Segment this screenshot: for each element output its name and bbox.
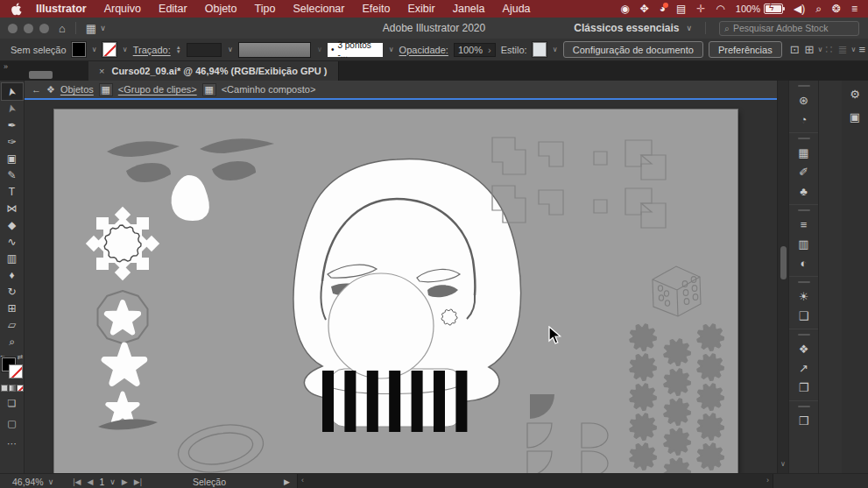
breadcrumb-clip-group[interactable]: <Grupo de clipes>	[118, 84, 197, 95]
direct-selection-tool[interactable]: ➤	[2, 100, 23, 117]
fill-color-swatch[interactable]	[72, 42, 86, 57]
scroll-left-icon[interactable]: ‹	[301, 476, 304, 484]
arrange-documents-icon[interactable]: ▦	[86, 22, 96, 35]
stroke-panel-icon[interactable]: ≡	[789, 215, 818, 234]
app-notification-icon[interactable]: ◕	[660, 0, 666, 18]
fill-stroke-widget[interactable]: ▪▫ ⇄	[1, 355, 24, 379]
status-flyout-icon[interactable]: ▶	[284, 477, 290, 486]
screen-record-icon[interactable]: ◉	[620, 0, 629, 18]
none-mode-button[interactable]	[17, 385, 24, 392]
opacity-label[interactable]: Opacidade:	[399, 45, 448, 55]
brush-definition-dropdown[interactable]	[238, 42, 311, 58]
transform-bounds-icon[interactable]: ⊡	[790, 43, 800, 56]
home-icon[interactable]: ⌂	[59, 22, 66, 35]
toolbar-overflow-icon[interactable]: »	[4, 62, 7, 71]
artwork-quarter-shapes[interactable]	[527, 394, 608, 473]
stroke-profile-dropdown[interactable]: • 3 pontos -...	[328, 43, 383, 57]
menu-editar[interactable]: Editar	[150, 0, 196, 18]
dropbox-icon[interactable]: ✥	[640, 0, 649, 18]
artwork-pentagon-star[interactable]	[98, 291, 148, 343]
symbols-panel-icon[interactable]: ♣	[789, 181, 818, 201]
shape-builder-tool[interactable]: ⊞	[2, 300, 23, 316]
graphic-style-swatch[interactable]	[533, 42, 547, 57]
color-mode-button[interactable]	[1, 385, 8, 392]
minimize-window-button[interactable]	[24, 24, 33, 33]
isolate-selection-icon[interactable]: ⊞	[805, 43, 815, 56]
last-artboard-icon[interactable]: ▶|	[134, 477, 142, 486]
workspace-switcher[interactable]: Clássicos essenciais	[574, 22, 679, 34]
zoom-level-dropdown[interactable]: 46,94% ∨	[12, 477, 53, 487]
input-source-icon[interactable]: ✛	[696, 0, 705, 18]
scroll-right-icon[interactable]: ›	[766, 476, 769, 484]
panel-menu-icon[interactable]: ≡	[858, 43, 865, 56]
zoom-tool[interactable]: ⌕	[2, 333, 23, 350]
rotate-view-tool[interactable]: ↻	[2, 283, 23, 300]
color-guide-panel-icon[interactable]: ◔	[789, 110, 818, 129]
type-tool[interactable]: T	[2, 183, 23, 200]
menu-illustrator[interactable]: Illustrator	[27, 0, 95, 18]
more-tools-icon[interactable]: ⋯	[2, 435, 23, 452]
pen-tool[interactable]: ✒	[2, 117, 23, 133]
smooth-tool[interactable]: ∿	[2, 233, 23, 250]
curvature-tool[interactable]: ✑	[2, 133, 23, 150]
style-chevron[interactable]: ∨	[553, 46, 558, 53]
exit-isolation-back-icon[interactable]: ←	[32, 84, 41, 95]
menu-selecionar[interactable]: Selecionar	[284, 0, 353, 18]
stroke-weight-field[interactable]	[187, 43, 222, 57]
first-artboard-icon[interactable]: |◀	[73, 477, 81, 486]
appearance-panel-icon[interactable]: ☀	[789, 286, 818, 306]
siri-icon[interactable]: ❂	[832, 0, 841, 18]
eraser-tool[interactable]: ◆	[2, 216, 23, 233]
graphic-styles-panel-icon[interactable]: ❑	[789, 306, 818, 325]
canvas[interactable]	[25, 100, 801, 473]
swap-fill-stroke-icon[interactable]: ⇄	[18, 353, 24, 361]
horizontal-scrollbar[interactable]: ‹ ›	[297, 474, 773, 488]
close-tab-icon[interactable]: ×	[99, 66, 104, 76]
zoom-window-button[interactable]	[39, 24, 49, 33]
properties-panel-icon[interactable]: ⚙	[842, 84, 868, 103]
menu-arquivo[interactable]: Arquivo	[95, 0, 150, 18]
artboard[interactable]	[54, 110, 737, 473]
document-setup-button[interactable]: Configuração de documento	[563, 41, 703, 58]
stroke-chevron[interactable]: ∨	[123, 46, 128, 53]
menu-janela[interactable]: Janela	[444, 0, 494, 18]
opacity-field[interactable]: 100% ›	[454, 43, 496, 57]
brush-chevron[interactable]: ∨	[317, 46, 322, 53]
align-options-icon[interactable]: ≣	[838, 43, 848, 56]
artboard-number-dropdown[interactable]: 1 ∨	[99, 477, 115, 487]
paintbrush-tool[interactable]: ✎	[2, 166, 23, 183]
asset-export-panel-icon[interactable]: ↗	[789, 358, 818, 378]
apple-menu-icon[interactable]	[11, 3, 22, 16]
battery-indicator[interactable]: 100% ϟ	[736, 4, 783, 14]
stroke-color-swatch[interactable]	[102, 42, 116, 57]
rectangle-tool[interactable]: ▣	[2, 150, 23, 166]
artwork-gear-grid[interactable]	[630, 324, 723, 473]
artwork-snowflake-badge[interactable]	[86, 207, 159, 280]
selection-tool[interactable]: ➤	[2, 83, 23, 100]
stroke-weight-stepper[interactable]: ▲▼	[176, 46, 181, 54]
layers-panel-icon[interactable]: ❖	[789, 339, 818, 358]
breadcrumb-objects[interactable]: Objetos	[60, 84, 94, 95]
swatches-panel-icon[interactable]: ▦	[789, 143, 818, 162]
pathfinder-panel-icon[interactable]: ❒	[789, 411, 818, 430]
artboards-panel-icon[interactable]: ❐	[789, 378, 818, 397]
gradient-mode-button[interactable]	[9, 385, 16, 392]
adobe-stock-search[interactable]: ⌕ Pesquisar Adobe Stock	[719, 21, 859, 36]
menu-efeito[interactable]: Efeito	[353, 0, 399, 18]
vertical-scrollbar-thumb[interactable]	[780, 246, 787, 279]
menu-ajuda[interactable]: Ajuda	[494, 0, 540, 18]
document-tab[interactable]: × Curso02_09.ai* @ 46,94% (RGB/Exibição …	[88, 61, 339, 81]
menu-exibir[interactable]: Exibir	[399, 0, 443, 18]
arrange-documents-chevron[interactable]: ∨	[100, 24, 106, 32]
isolate-selection-icon-chevron[interactable]: ∨	[818, 46, 823, 53]
screen-mode-icon[interactable]: ▢	[2, 415, 23, 432]
artwork-dice[interactable]	[653, 266, 701, 316]
artwork-background-face[interactable]	[107, 138, 274, 221]
fill-chevron[interactable]: ∨	[92, 46, 97, 53]
draw-mode-icon[interactable]: ❏	[2, 395, 23, 412]
artboard-tool[interactable]: ▱	[2, 316, 23, 333]
menu-tipo[interactable]: Tipo	[246, 0, 285, 18]
stroke-weight-chevron[interactable]: ∨	[228, 46, 233, 53]
preferences-button[interactable]: Preferências	[709, 41, 782, 58]
artwork-star-small[interactable]	[108, 393, 138, 422]
